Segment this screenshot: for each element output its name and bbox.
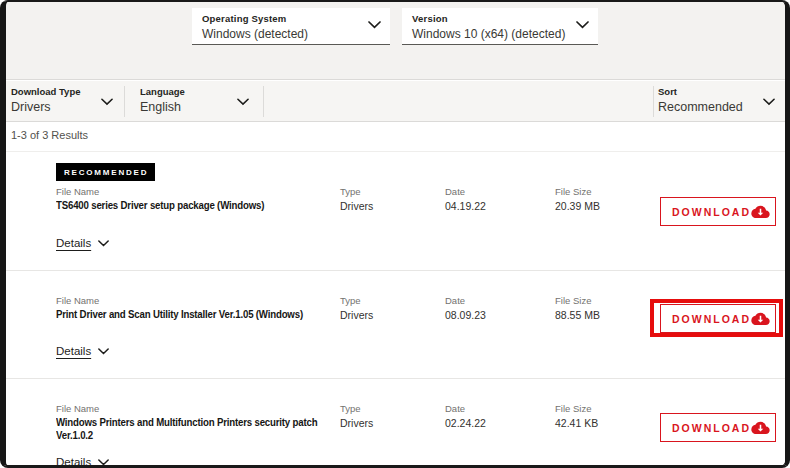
file-name-column-label: File Name bbox=[56, 186, 99, 197]
version-value: Windows 10 (x64) (detected) bbox=[412, 27, 570, 41]
details-toggle[interactable]: Details bbox=[56, 456, 109, 468]
file-size-column-label: File Size bbox=[555, 186, 591, 197]
result-row: File Name Print Driver and Scan Utility … bbox=[6, 270, 785, 378]
download-button-label: DOWNLOAD bbox=[672, 422, 751, 434]
chevron-down-icon bbox=[763, 98, 775, 106]
chevron-down-icon bbox=[98, 459, 109, 466]
file-size-value: 42.41 KB bbox=[555, 417, 598, 429]
operating-system-dropdown[interactable]: Operating System Windows (detected) bbox=[192, 8, 390, 45]
date-column-label: Date bbox=[445, 186, 465, 197]
details-label: Details bbox=[56, 456, 91, 468]
results-filter-band: Download Type Drivers Language English S… bbox=[6, 81, 785, 122]
chevron-down-icon bbox=[368, 21, 381, 29]
date-value: 04.19.22 bbox=[445, 200, 486, 212]
cloud-download-icon bbox=[751, 312, 770, 325]
sort-dropdown[interactable]: Sort Recommended bbox=[658, 86, 743, 114]
type-value: Drivers bbox=[340, 309, 373, 321]
type-value: Drivers bbox=[340, 200, 373, 212]
file-size-column-label: File Size bbox=[555, 295, 591, 306]
result-row: File Name Windows Printers and Multifunc… bbox=[6, 378, 785, 468]
chevron-down-icon bbox=[576, 21, 589, 29]
chevron-down-icon bbox=[98, 240, 109, 247]
language-label: Language bbox=[140, 86, 185, 97]
date-value: 08.09.23 bbox=[445, 309, 486, 321]
recommended-badge: RECOMMENDED bbox=[56, 163, 155, 181]
operating-system-value: Windows (detected) bbox=[202, 27, 362, 41]
chevron-down-icon bbox=[98, 348, 109, 355]
download-type-value: Drivers bbox=[11, 100, 81, 114]
cloud-download-icon bbox=[751, 205, 770, 218]
details-toggle[interactable]: Details bbox=[56, 345, 109, 357]
version-label: Version bbox=[412, 13, 570, 24]
file-size-column-label: File Size bbox=[555, 403, 591, 414]
type-column-label: Type bbox=[340, 403, 361, 414]
date-column-label: Date bbox=[445, 403, 465, 414]
file-size-value: 20.39 MB bbox=[555, 200, 600, 212]
chevron-down-icon bbox=[237, 98, 249, 106]
date-value: 02.24.22 bbox=[445, 417, 486, 429]
divider bbox=[653, 86, 654, 117]
download-type-dropdown[interactable]: Download Type Drivers bbox=[11, 86, 81, 114]
operating-system-label: Operating System bbox=[202, 13, 362, 24]
download-button[interactable]: DOWNLOAD bbox=[660, 304, 776, 333]
details-toggle[interactable]: Details bbox=[56, 237, 109, 249]
divider bbox=[263, 86, 264, 117]
version-dropdown[interactable]: Version Windows 10 (x64) (detected) bbox=[402, 8, 598, 45]
download-button[interactable]: DOWNLOAD bbox=[660, 413, 776, 442]
download-button-label: DOWNLOAD bbox=[672, 206, 751, 218]
details-label: Details bbox=[56, 237, 91, 249]
cloud-download-icon bbox=[751, 421, 770, 434]
driver-downloads-panel: Operating System Windows (detected) Vers… bbox=[0, 0, 790, 468]
download-type-label: Download Type bbox=[11, 86, 81, 97]
language-value: English bbox=[140, 100, 185, 114]
results-count: 1-3 of 3 Results bbox=[11, 129, 88, 141]
divider bbox=[124, 86, 125, 117]
type-column-label: Type bbox=[340, 295, 361, 306]
file-name: Print Driver and Scan Utility Installer … bbox=[56, 308, 341, 321]
chevron-down-icon bbox=[101, 98, 113, 106]
sort-label: Sort bbox=[658, 86, 743, 97]
download-button[interactable]: DOWNLOAD bbox=[660, 197, 776, 226]
date-column-label: Date bbox=[445, 295, 465, 306]
file-name: TS6400 series Driver setup package (Wind… bbox=[56, 199, 332, 212]
language-dropdown[interactable]: Language English bbox=[140, 86, 185, 114]
file-name: Windows Printers and Multifunction Print… bbox=[56, 416, 332, 442]
file-size-value: 88.55 MB bbox=[555, 309, 600, 321]
details-label: Details bbox=[56, 345, 91, 357]
file-name-column-label: File Name bbox=[56, 403, 99, 414]
sort-value: Recommended bbox=[658, 100, 743, 114]
file-name-column-label: File Name bbox=[56, 295, 99, 306]
download-button-label: DOWNLOAD bbox=[672, 313, 751, 325]
type-value: Drivers bbox=[340, 417, 373, 429]
result-row: RECOMMENDED File Name TS6400 series Driv… bbox=[6, 152, 785, 270]
os-version-filter-band: Operating System Windows (detected) Vers… bbox=[6, 2, 785, 80]
type-column-label: Type bbox=[340, 186, 361, 197]
